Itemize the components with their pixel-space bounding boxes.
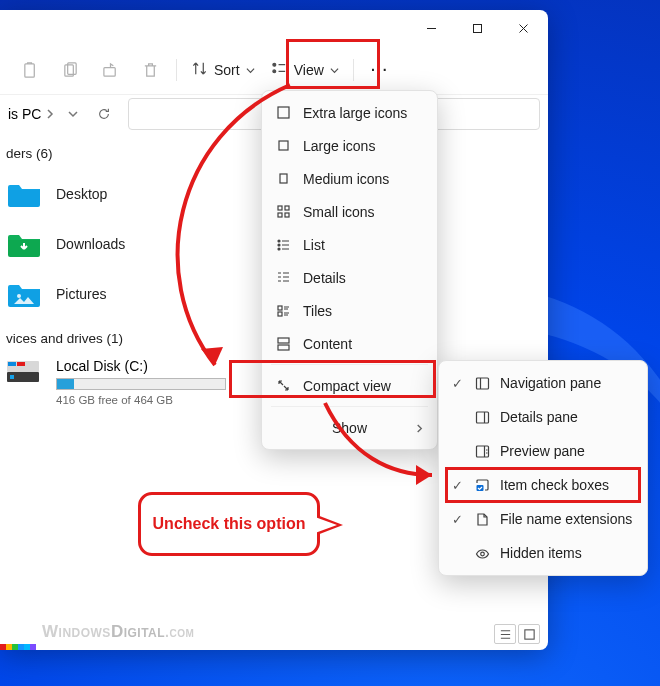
details-pane-icon	[474, 410, 490, 425]
menu-item-tiles[interactable]: Tiles	[267, 294, 432, 327]
svg-rect-26	[278, 338, 289, 343]
separator	[176, 59, 177, 81]
large-icons-toggle[interactable]	[518, 624, 540, 644]
view-button[interactable]: View	[265, 52, 345, 88]
address-bar[interactable]: is PC	[4, 98, 62, 130]
svg-rect-16	[280, 174, 287, 183]
compact-view-icon	[275, 378, 291, 394]
menu-item-extra-large-icons[interactable]: Extra large icons	[267, 96, 432, 129]
submenu-item-item-check-boxes[interactable]: ✓Item check boxes	[444, 468, 642, 502]
view-menu: Extra large icons Large icons Medium ico…	[261, 90, 438, 450]
svg-rect-28	[476, 378, 488, 389]
submenu-item-navigation-pane[interactable]: ✓Navigation pane	[444, 366, 642, 400]
chevron-right-icon	[415, 420, 424, 436]
folder-label: Downloads	[56, 236, 125, 252]
submenu-item-hidden-items[interactable]: Hidden items	[444, 536, 642, 570]
file-extensions-icon	[474, 512, 490, 527]
item-check-boxes-icon	[474, 478, 490, 493]
svg-rect-18	[285, 206, 289, 210]
svg-rect-1	[24, 63, 33, 76]
title-bar	[0, 10, 548, 46]
svg-rect-12	[10, 375, 14, 379]
folder-label: Desktop	[56, 186, 107, 202]
menu-item-large-icons[interactable]: Large icons	[267, 129, 432, 162]
drive-subtext: 416 GB free of 464 GB	[56, 394, 226, 406]
details-view-toggle[interactable]	[494, 624, 516, 644]
sort-icon	[191, 60, 208, 80]
downloads-folder-icon	[6, 228, 42, 260]
menu-item-small-icons[interactable]: Small icons	[267, 195, 432, 228]
drive-icon	[6, 358, 42, 392]
watermark: WindowsDigital.com	[42, 622, 194, 642]
pictures-folder-icon	[6, 278, 42, 310]
chevron-down-icon	[330, 62, 339, 78]
svg-rect-4	[103, 67, 114, 76]
small-icons-icon	[275, 204, 291, 220]
crumb-text: is PC	[8, 106, 41, 122]
tiles-icon	[275, 303, 291, 319]
sort-button[interactable]: Sort	[185, 52, 261, 88]
svg-point-21	[278, 240, 280, 242]
more-button[interactable]: ···	[362, 52, 398, 88]
large-icons-icon	[275, 138, 291, 154]
check-icon: ✓	[450, 512, 464, 527]
view-label: View	[294, 62, 324, 78]
separator	[353, 59, 354, 81]
color-stripe	[0, 644, 36, 650]
svg-point-23	[278, 248, 280, 250]
sort-label: Sort	[214, 62, 240, 78]
svg-rect-20	[285, 213, 289, 217]
breadcrumb[interactable]: is PC	[8, 106, 55, 122]
svg-rect-25	[278, 312, 282, 316]
submenu-item-preview-pane[interactable]: Preview pane	[444, 434, 642, 468]
list-icon	[275, 237, 291, 253]
delete-button[interactable]	[132, 52, 168, 88]
drive-capacity-bar	[56, 378, 226, 390]
menu-item-compact-view[interactable]: Compact view	[267, 369, 432, 402]
submenu-item-details-pane[interactable]: Details pane	[444, 400, 642, 434]
cut-button[interactable]	[12, 52, 48, 88]
folder-label: Pictures	[56, 286, 107, 302]
details-icon	[275, 270, 291, 286]
svg-point-5	[273, 63, 276, 66]
svg-rect-14	[278, 107, 289, 118]
chevron-right-icon	[45, 109, 55, 119]
svg-point-22	[278, 244, 280, 246]
svg-point-7	[17, 294, 21, 298]
menu-item-show[interactable]: Show	[267, 411, 432, 444]
show-submenu: ✓Navigation pane Details pane Preview pa…	[438, 360, 648, 576]
svg-rect-27	[278, 345, 289, 350]
status-bar	[494, 624, 540, 644]
hidden-items-icon	[474, 546, 490, 561]
rename-button[interactable]	[92, 52, 128, 88]
svg-rect-15	[279, 141, 288, 150]
submenu-item-file-name-extensions[interactable]: ✓File name extensions	[444, 502, 642, 536]
medium-icons-icon	[275, 171, 291, 187]
toolbar: Sort View ···	[0, 46, 548, 94]
svg-rect-10	[8, 362, 16, 366]
svg-rect-0	[473, 24, 481, 32]
copy-button[interactable]	[52, 52, 88, 88]
svg-rect-30	[476, 446, 488, 457]
maximize-button[interactable]	[454, 12, 500, 44]
ellipsis-icon: ···	[371, 62, 389, 78]
menu-item-content[interactable]: Content	[267, 327, 432, 360]
svg-rect-19	[278, 213, 282, 217]
drive-info: Local Disk (C:) 416 GB free of 464 GB	[56, 358, 226, 406]
close-button[interactable]	[500, 12, 546, 44]
svg-point-6	[273, 70, 276, 73]
navigation-pane-icon	[474, 376, 490, 391]
svg-point-32	[480, 552, 484, 556]
svg-rect-13	[524, 629, 533, 638]
desktop-folder-icon	[6, 178, 42, 210]
address-history-button[interactable]	[68, 105, 78, 123]
refresh-button[interactable]	[90, 107, 118, 121]
minimize-button[interactable]	[408, 12, 454, 44]
menu-item-medium-icons[interactable]: Medium icons	[267, 162, 432, 195]
svg-rect-29	[476, 412, 488, 423]
chevron-down-icon	[246, 62, 255, 78]
menu-divider	[271, 406, 428, 407]
menu-item-details[interactable]: Details	[267, 261, 432, 294]
view-icon	[271, 60, 288, 80]
menu-item-list[interactable]: List	[267, 228, 432, 261]
